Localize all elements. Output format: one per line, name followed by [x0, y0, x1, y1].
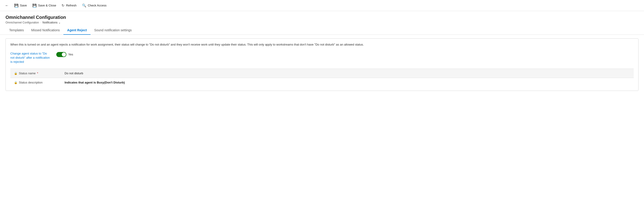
- table-row: 🔒 Status name * Do not disturb: [10, 69, 634, 78]
- table-row: 🔒 Status description Indicates that agen…: [10, 78, 634, 87]
- status-name-label: Status name: [19, 72, 36, 75]
- tabs-container: Templates Missed Notifications Agent Rej…: [0, 26, 644, 35]
- status-name-value-cell: Do not disturb: [61, 69, 634, 78]
- breadcrumb-chevron-icon: ⌄: [58, 21, 61, 24]
- main-content: When this is turned on and an agent reje…: [0, 35, 644, 95]
- field-label-status-description: 🔒 Status description: [14, 81, 57, 84]
- toggle-row: Change agent status to "Do not disturb" …: [10, 52, 634, 69]
- status-description-label: Status description: [19, 81, 42, 84]
- save-icon: 💾: [14, 4, 18, 8]
- page-title: Omnichannel Configuration: [6, 15, 638, 20]
- breadcrumb-parent: Omnichannel Configuration: [6, 21, 39, 24]
- save-close-label: Save & Close: [38, 4, 56, 7]
- save-button[interactable]: 💾 Save: [12, 2, 29, 9]
- refresh-label: Refresh: [66, 4, 76, 7]
- refresh-icon: ↻: [62, 4, 64, 8]
- check-access-label: Check Access: [88, 4, 106, 7]
- refresh-button[interactable]: ↻ Refresh: [59, 2, 79, 9]
- tab-templates[interactable]: Templates: [6, 26, 28, 35]
- toggle-yes-label: Yes: [68, 53, 73, 56]
- toggle-label: Change agent status to "Do not disturb" …: [10, 52, 52, 64]
- info-text: When this is turned on and an agent reje…: [10, 42, 634, 47]
- tab-sound-notification[interactable]: Sound notification settings: [90, 26, 135, 35]
- breadcrumb: Omnichannel Configuration · Notification…: [6, 21, 638, 24]
- tab-agent-reject[interactable]: Agent Reject: [64, 26, 90, 35]
- toggle-control: Yes: [56, 52, 73, 57]
- status-description-value-cell: Indicates that agent is Busy(Don't Distu…: [61, 78, 634, 87]
- required-star: *: [37, 72, 38, 75]
- lock-icon: 🔒: [14, 72, 18, 75]
- save-close-button[interactable]: 💾 Save & Close: [30, 2, 58, 9]
- toggle-switch[interactable]: [56, 52, 66, 57]
- status-description-value: Indicates that agent is Busy(Don't Distu…: [64, 81, 125, 84]
- breadcrumb-child: Notifications: [42, 21, 58, 24]
- status-table: 🔒 Status name * Do not disturb 🔒 Status …: [10, 69, 634, 87]
- save-close-icon: 💾: [32, 4, 37, 8]
- back-icon: ←: [5, 4, 9, 8]
- breadcrumb-separator: ·: [40, 21, 41, 24]
- back-button[interactable]: ←: [3, 2, 11, 9]
- status-name-value: Do not disturb: [64, 72, 83, 75]
- check-access-button[interactable]: 🔍 Check Access: [80, 2, 109, 9]
- lock-icon: 🔒: [14, 81, 18, 84]
- breadcrumb-current: Notifications ⌄: [42, 21, 61, 24]
- status-name-label-cell: 🔒 Status name *: [10, 69, 61, 78]
- info-box: When this is turned on and an agent reje…: [6, 39, 638, 91]
- save-label: Save: [20, 4, 27, 7]
- tab-missed-notifications[interactable]: Missed Notifications: [28, 26, 64, 35]
- page-header: Omnichannel Configuration Omnichannel Co…: [0, 11, 644, 26]
- status-description-label-cell: 🔒 Status description: [10, 78, 61, 87]
- field-label-status-name: 🔒 Status name *: [14, 72, 57, 75]
- toolbar: ← 💾 Save 💾 Save & Close ↻ Refresh 🔍 Chec…: [0, 0, 644, 11]
- check-access-icon: 🔍: [82, 4, 86, 8]
